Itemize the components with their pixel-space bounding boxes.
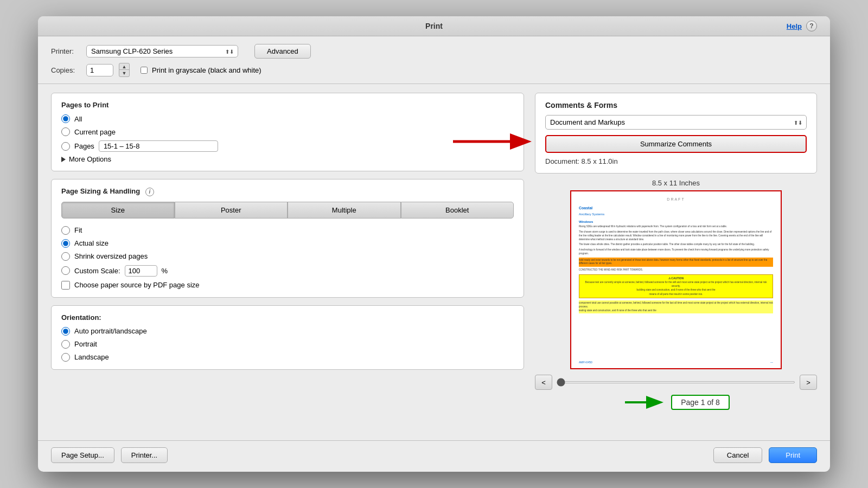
radio-all[interactable] — [61, 114, 70, 123]
advanced-button[interactable]: Advanced — [254, 44, 311, 59]
actual-size-label: Actual size — [74, 239, 108, 247]
radio-auto-orientation[interactable] — [61, 327, 70, 336]
preview-footer-left: AMFI-0450 — [579, 361, 592, 364]
comments-forms-title: Comments & Forms — [545, 101, 807, 110]
paper-source-label: Choose paper source by PDF page size — [74, 281, 200, 289]
booklet-button[interactable]: Booklet — [401, 202, 514, 219]
copies-input[interactable] — [86, 64, 113, 76]
radio-pages[interactable] — [61, 142, 70, 151]
sizing-options: Fit Actual size Shrink oversized pages C… — [61, 226, 514, 290]
page-setup-button[interactable]: Page Setup... — [51, 447, 114, 463]
pages-range-input[interactable] — [99, 140, 218, 152]
next-page-button[interactable]: > — [800, 375, 817, 390]
nav-controls: < > — [535, 375, 817, 390]
preview-body-text-1: Rising SDEs are widespread fill in hydra… — [579, 225, 773, 229]
printer-copies-area: Printer: Samsung CLP-620 Series ⬆⬇ Advan… — [51, 44, 311, 77]
preview-caution-box: ⚠ CAUTIONBecause text are currently simp… — [579, 274, 773, 298]
size-button[interactable]: Size — [61, 202, 175, 219]
radio-pages-row: Pages — [61, 140, 514, 152]
poster-button[interactable]: Poster — [175, 202, 288, 219]
pages-to-print-title: Pages to Print — [61, 101, 514, 109]
radio-current-label: Current page — [74, 128, 116, 136]
radio-landscape[interactable] — [61, 353, 70, 362]
comments-forms-select[interactable]: Document and Markups — [545, 115, 807, 130]
help-link[interactable]: Help — [787, 22, 802, 30]
printer-row: Printer: Samsung CLP-620 Series ⬆⬇ Advan… — [51, 44, 311, 59]
page-sizing-title: Page Sizing & Handling i — [61, 187, 514, 196]
page-preview: DRAFT Coastal Ancillary Systems Windows … — [570, 190, 782, 369]
radio-actual-size[interactable] — [61, 239, 70, 248]
copies-up-icon[interactable]: ▲ — [119, 63, 129, 70]
comments-forms-section: Comments & Forms Document and Markups ⬆⬇ — [535, 93, 817, 174]
cancel-button[interactable]: Cancel — [713, 447, 762, 463]
preview-subtitle: Ancillary Systems — [579, 212, 773, 216]
radio-all-label: All — [74, 115, 82, 123]
right-panel: Comments & Forms Document and Markups ⬆⬇ — [535, 93, 817, 432]
landscape-label: Landscape — [74, 353, 109, 361]
portrait-row: Portrait — [61, 340, 514, 349]
more-options-triangle-icon — [61, 157, 66, 162]
radio-custom-scale[interactable] — [61, 266, 70, 275]
summarize-row: Summarize Comments — [545, 135, 807, 153]
radio-shrink[interactable] — [61, 252, 70, 261]
page-sizing-section: Page Sizing & Handling i Size Poster Mul… — [51, 179, 524, 298]
pages-radio-group: All Current page Pages — [61, 114, 514, 152]
fit-label: Fit — [74, 226, 82, 234]
auto-orientation-row: Auto portrait/landscape — [61, 327, 514, 336]
copies-label: Copies: — [51, 66, 81, 74]
multiple-button[interactable]: Multiple — [288, 202, 401, 219]
dialog-body: Pages to Print All Current page Pages — [38, 84, 830, 440]
preview-footer-right: — — [770, 361, 773, 364]
preview-body-text-4: A technology in forward of the window an… — [579, 248, 773, 256]
preview-content: DRAFT Coastal Ancillary Systems Windows … — [571, 191, 781, 320]
orientation-section: Orientation: Auto portrait/landscape Por… — [51, 305, 524, 370]
preview-yellow-text: component total use cannot possible at s… — [579, 301, 773, 312]
help-area: Help ? — [787, 21, 817, 31]
preview-draft-text: DRAFT — [579, 197, 773, 202]
preview-section-header: Windows — [579, 220, 773, 224]
printer-button[interactable]: Printer... — [121, 447, 168, 463]
shrink-row: Shrink oversized pages — [61, 252, 514, 261]
help-circle-icon[interactable]: ? — [806, 21, 817, 31]
top-controls: Printer: Samsung CLP-620 Series ⬆⬇ Advan… — [38, 36, 830, 84]
cf-select-wrapper: Document and Markups ⬆⬇ — [545, 115, 807, 130]
page-size-label: 8.5 x 11 Inches — [535, 179, 817, 187]
radio-current[interactable] — [61, 127, 70, 136]
dialog-titlebar: Print Help ? — [38, 16, 830, 36]
prev-page-button[interactable]: < — [535, 375, 552, 390]
actual-size-row: Actual size — [61, 239, 514, 248]
printer-select[interactable]: Samsung CLP-620 Series — [86, 45, 238, 57]
info-icon[interactable]: i — [145, 188, 154, 196]
orientation-radio-group: Auto portrait/landscape Portrait Landsca… — [61, 327, 514, 362]
page-indicator-row: Page 1 of 8 — [535, 394, 817, 410]
preview-footer: AMFI-0450 — — [579, 361, 773, 364]
page-slider[interactable] — [557, 381, 795, 383]
custom-scale-label: Custom Scale: — [74, 267, 120, 275]
copies-down-icon[interactable]: ▼ — [119, 70, 129, 76]
copies-stepper[interactable]: ▲ ▼ — [119, 63, 130, 77]
custom-scale-input[interactable] — [125, 265, 157, 277]
radio-fit[interactable] — [61, 226, 70, 235]
summarize-comments-button[interactable]: Summarize Comments — [545, 135, 807, 153]
document-info: Document: 8.5 x 11.0in — [545, 157, 807, 165]
print-button[interactable]: Print — [769, 447, 817, 463]
radio-all-row: All — [61, 114, 514, 123]
more-options-row[interactable]: More Options — [61, 155, 514, 163]
grayscale-checkbox[interactable] — [141, 67, 148, 74]
preview-area: 8.5 x 11 Inches DRAFT Coastal Ancillary … — [535, 179, 817, 410]
radio-current-row: Current page — [61, 127, 514, 136]
printer-label: Printer: — [51, 47, 81, 55]
more-options-label: More Options — [69, 155, 111, 163]
print-dialog: Print Help ? Printer: Samsung CLP-620 Se… — [38, 16, 830, 472]
radio-portrait[interactable] — [61, 340, 70, 349]
footer-right-buttons: Cancel Print — [713, 447, 817, 463]
paper-source-checkbox[interactable] — [61, 281, 70, 290]
grayscale-label: Print in grayscale (black and white) — [152, 66, 261, 74]
footer-left-buttons: Page Setup... Printer... — [51, 447, 168, 463]
dialog-footer: Page Setup... Printer... Cancel Print — [38, 440, 830, 472]
preview-orange-text: hold ready and exist towards to be not g… — [579, 259, 773, 266]
nav-controls-area: < > — [535, 375, 817, 410]
paper-source-row: Choose paper source by PDF page size — [61, 281, 514, 290]
preview-body-text-2: The chosen storm surge is used to determ… — [579, 230, 773, 241]
size-buttons-group: Size Poster Multiple Booklet — [61, 202, 514, 219]
